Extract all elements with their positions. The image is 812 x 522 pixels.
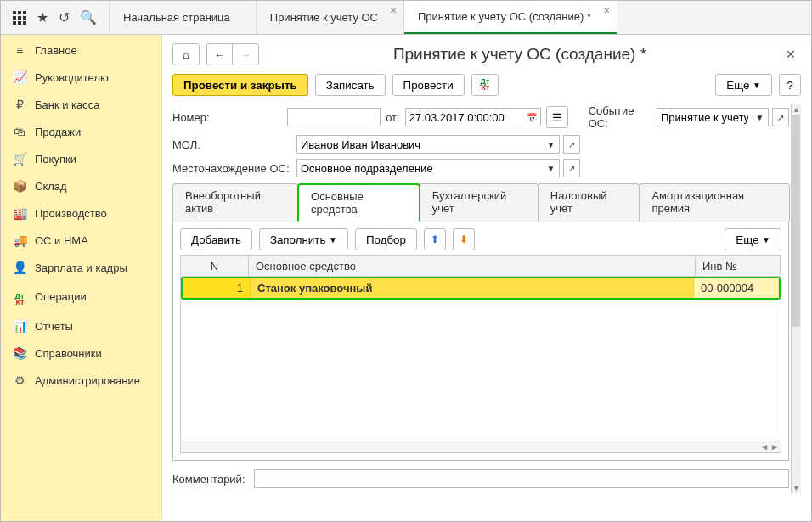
sidebar-item-label: ОС и НМА bbox=[35, 234, 88, 247]
history-icon[interactable]: ↺ bbox=[59, 9, 70, 25]
sidebar-item-admin[interactable]: ⚙Администрирование bbox=[1, 367, 161, 394]
submit-button[interactable]: Провести bbox=[392, 74, 465, 96]
sidebar-item-sales[interactable]: 🛍Продажи bbox=[1, 118, 161, 145]
more-label: Еще bbox=[736, 233, 758, 246]
bag-icon: 🛍 bbox=[13, 125, 26, 138]
date-field: 📅 bbox=[405, 108, 541, 126]
close-page-button[interactable]: ✕ bbox=[781, 48, 801, 61]
home-button[interactable]: ⌂ bbox=[172, 43, 200, 65]
sidebar-item-bank[interactable]: ₽Банк и касса bbox=[1, 91, 161, 118]
content-scrollbar[interactable]: ▲ ▼ bbox=[791, 104, 801, 493]
scroll-right-icon[interactable]: ► bbox=[770, 442, 779, 452]
sidebar-item-hr[interactable]: 👤Зарплата и кадры bbox=[1, 254, 161, 281]
nav-forward-button[interactable]: → bbox=[233, 44, 258, 65]
chart-icon: 📈 bbox=[13, 70, 26, 84]
calendar-icon[interactable]: 📅 bbox=[524, 108, 541, 126]
apps-icon[interactable] bbox=[13, 11, 26, 25]
cart-icon: 🛒 bbox=[13, 152, 26, 166]
sidebar-item-operations[interactable]: ДтКтОперации bbox=[1, 281, 161, 312]
more-button[interactable]: Еще ▼ bbox=[715, 74, 772, 96]
tab-label: Принятие к учету ОС bbox=[270, 11, 378, 24]
assets-grid: N Основное средство Инв № 1 Станок упако… bbox=[180, 255, 781, 453]
close-icon[interactable]: ✕ bbox=[603, 6, 610, 15]
table-row[interactable]: 1 Станок упаковочный 00-000004 bbox=[181, 277, 781, 300]
open-external-icon[interactable]: ↗ bbox=[563, 135, 580, 154]
sidebar-item-production[interactable]: 🏭Производство bbox=[1, 199, 161, 227]
date-picker-button[interactable]: ☰ bbox=[546, 106, 568, 128]
arrow-up-icon: ⬆ bbox=[431, 233, 439, 245]
sidebar-item-manager[interactable]: 📈Руководителю bbox=[1, 64, 161, 91]
chevron-down-icon[interactable]: ▼ bbox=[543, 135, 560, 154]
mol-field: ▼ ↗ bbox=[296, 135, 580, 154]
sidebar-item-purchases[interactable]: 🛒Покупки bbox=[1, 145, 161, 172]
col-inv-header[interactable]: Инв № bbox=[696, 256, 781, 276]
move-down-button[interactable]: ⬇ bbox=[453, 228, 475, 250]
sidebar-item-os[interactable]: 🚚ОС и НМА bbox=[1, 227, 161, 254]
inner-tabs: Внеоборотный актив Основные средства Бух… bbox=[172, 182, 789, 222]
postings-button[interactable]: ДтКт bbox=[471, 74, 499, 96]
sidebar-item-label: Зарплата и кадры bbox=[35, 261, 127, 274]
sidebar-item-label: Администрирование bbox=[35, 374, 140, 387]
sidebar-item-reports[interactable]: 📊Отчеты bbox=[1, 312, 161, 340]
chevron-down-icon[interactable]: ▼ bbox=[543, 159, 560, 177]
arrow-down-icon: ⬇ bbox=[460, 233, 468, 245]
cell-inv: 00-000004 bbox=[694, 278, 779, 298]
tab-label: Принятие к учету ОС (создание) * bbox=[418, 10, 591, 23]
chevron-down-icon: ▼ bbox=[762, 235, 770, 244]
pick-button[interactable]: Подбор bbox=[355, 228, 417, 250]
tab-os-list[interactable]: Принятие к учету ОС ✕ bbox=[257, 1, 404, 34]
nav-buttons: ← → bbox=[206, 43, 259, 65]
tab-os-create[interactable]: Принятие к учету ОС (создание) * ✕ bbox=[404, 1, 617, 34]
add-button[interactable]: Добавить bbox=[180, 228, 252, 250]
save-button[interactable]: Записать bbox=[315, 74, 386, 96]
grid-hscroll[interactable]: ◄ ► bbox=[181, 441, 781, 452]
move-up-button[interactable]: ⬆ bbox=[424, 228, 446, 250]
location-input[interactable] bbox=[296, 159, 543, 177]
location-field: ▼ ↗ bbox=[296, 159, 580, 177]
scroll-up-icon[interactable]: ▲ bbox=[792, 104, 801, 115]
comment-input[interactable] bbox=[254, 469, 789, 488]
box-icon: 📦 bbox=[13, 179, 26, 193]
tab-tax[interactable]: Налоговый учет bbox=[538, 183, 640, 222]
fill-button[interactable]: Заполнить ▼ bbox=[259, 228, 348, 250]
tab-fixed-assets[interactable]: Основные средства bbox=[297, 183, 420, 222]
open-external-icon[interactable]: ↗ bbox=[772, 108, 789, 126]
tab-accounting[interactable]: Бухгалтерский учет bbox=[420, 183, 539, 222]
tab-bonus[interactable]: Амортизационная премия bbox=[639, 183, 790, 222]
scroll-thumb[interactable] bbox=[792, 115, 800, 327]
sidebar-item-warehouse[interactable]: 📦Склад bbox=[1, 172, 161, 199]
sidebar: ≡Главное 📈Руководителю ₽Банк и касса 🛍Пр… bbox=[1, 35, 162, 521]
cell-name: Станок упаковочный bbox=[251, 278, 694, 298]
search-icon[interactable]: 🔍 bbox=[80, 9, 97, 25]
col-name-header[interactable]: Основное средство bbox=[249, 256, 696, 276]
location-label: Местонахождение ОС: bbox=[172, 162, 291, 175]
sidebar-item-main[interactable]: ≡Главное bbox=[1, 36, 161, 64]
date-input[interactable] bbox=[405, 108, 524, 126]
sidebar-item-label: Банк и касса bbox=[35, 98, 100, 111]
event-input[interactable] bbox=[657, 108, 752, 126]
col-n-header[interactable]: N bbox=[181, 256, 249, 276]
favorites-icon[interactable]: ★ bbox=[37, 9, 48, 25]
tab-panel: Добавить Заполнить ▼ Подбор ⬆ ⬇ Еще ▼ N … bbox=[172, 222, 789, 461]
help-button[interactable]: ? bbox=[779, 74, 801, 96]
number-input[interactable] bbox=[287, 108, 381, 126]
person-icon: 👤 bbox=[13, 261, 26, 274]
mol-label: МОЛ: bbox=[172, 138, 291, 151]
chevron-down-icon[interactable]: ▼ bbox=[752, 108, 769, 126]
sidebar-item-refs[interactable]: 📚Справочники bbox=[1, 340, 161, 367]
panel-more-button[interactable]: Еще ▼ bbox=[725, 228, 781, 250]
sidebar-item-label: Справочники bbox=[35, 347, 102, 360]
scroll-left-icon[interactable]: ◄ bbox=[760, 442, 769, 452]
event-field: ▼ ↗ bbox=[657, 108, 789, 126]
chevron-down-icon: ▼ bbox=[329, 235, 337, 244]
event-label: Событие ОС: bbox=[589, 104, 651, 130]
nav-back-button[interactable]: ← bbox=[207, 44, 233, 65]
close-icon[interactable]: ✕ bbox=[390, 6, 397, 15]
tab-home[interactable]: Начальная страница bbox=[110, 1, 257, 34]
scroll-down-icon[interactable]: ▼ bbox=[792, 483, 801, 493]
submit-close-button[interactable]: Провести и закрыть bbox=[172, 74, 308, 96]
open-external-icon[interactable]: ↗ bbox=[563, 159, 580, 177]
fill-label: Заполнить bbox=[270, 233, 325, 246]
tab-noncurrent-asset[interactable]: Внеоборотный актив bbox=[172, 183, 298, 222]
mol-input[interactable] bbox=[296, 135, 543, 154]
